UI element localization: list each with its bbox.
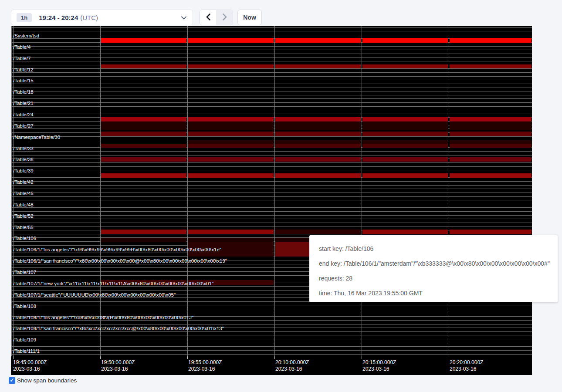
span-boundary-line	[11, 68, 532, 69]
hot-span[interactable]	[362, 38, 448, 43]
span-boundary-line	[11, 35, 532, 35]
hot-span[interactable]	[275, 117, 361, 122]
hot-span[interactable]	[275, 173, 361, 178]
hot-span[interactable]	[101, 173, 186, 178]
span-boundary-line	[11, 155, 532, 155]
hot-span[interactable]	[450, 64, 532, 68]
hot-span[interactable]	[275, 157, 361, 162]
span-boundary-line	[11, 215, 532, 216]
hot-span[interactable]	[188, 117, 274, 122]
hot-span[interactable]	[101, 238, 186, 242]
key-label: /Table/106/1/"los angeles"/"\x99\x99\x99…	[13, 247, 221, 253]
hot-span[interactable]	[101, 157, 186, 162]
tooltip-start-key: start key: /Table/106	[319, 241, 554, 256]
hot-span[interactable]	[450, 140, 532, 144]
hot-span[interactable]	[450, 173, 532, 178]
span-boundary-line	[11, 196, 532, 197]
hot-span[interactable]	[188, 230, 274, 234]
span-boundary-line	[11, 46, 532, 47]
span-boundary-line	[11, 335, 532, 335]
time-range-text: 19:24 - 20:24	[39, 14, 78, 21]
span-boundary-line	[11, 84, 532, 84]
span-boundary-line	[11, 219, 532, 219]
axis-date-label: 2023-03-16	[450, 366, 483, 372]
hot-span[interactable]	[362, 117, 448, 122]
hot-span[interactable]	[275, 122, 361, 130]
hot-span[interactable]	[362, 64, 448, 68]
hot-span[interactable]	[362, 140, 448, 144]
hot-span[interactable]	[362, 144, 448, 148]
hot-span[interactable]	[101, 64, 186, 68]
span-boundary-line	[11, 114, 532, 114]
span-boundary-line	[11, 91, 532, 91]
span-boundary-line	[11, 95, 532, 95]
key-label: /Table/52	[13, 213, 34, 219]
hot-span[interactable]	[450, 144, 532, 148]
hot-span[interactable]	[275, 230, 361, 234]
hot-span[interactable]	[362, 132, 448, 136]
hot-span[interactable]	[450, 132, 532, 136]
span-boundary-line	[11, 181, 532, 182]
hot-span[interactable]	[101, 132, 186, 136]
hot-span[interactable]	[188, 144, 274, 148]
now-button[interactable]: Now	[237, 10, 262, 25]
key-label: /Table/18	[13, 89, 34, 95]
hot-span[interactable]	[101, 230, 186, 234]
hot-span[interactable]	[275, 64, 361, 68]
key-label: /Table/111/1	[13, 348, 40, 354]
footer: ✓ Show span boundaries	[9, 377, 77, 384]
hot-span[interactable]	[450, 117, 532, 122]
hot-span[interactable]	[101, 117, 186, 122]
time-bucket-gridline	[187, 26, 188, 356]
previous-range-button[interactable]	[200, 10, 217, 25]
hot-span[interactable]	[188, 173, 274, 178]
hot-span[interactable]	[101, 122, 186, 130]
hot-span[interactable]	[188, 238, 274, 242]
keyvis-plot[interactable]: /System/tsd/Table/4/Table/7/Table/12/Tab…	[11, 26, 532, 356]
hot-span[interactable]	[450, 38, 532, 43]
time-bucket-gridline	[449, 26, 449, 356]
hot-span[interactable]	[362, 173, 448, 178]
span-boundary-line	[11, 204, 532, 204]
key-visualizer-chart: /System/tsd/Table/4/Table/7/Table/12/Tab…	[11, 26, 532, 375]
span-boundary-line	[11, 72, 532, 73]
hot-span[interactable]	[188, 122, 274, 130]
axis-tick	[100, 356, 101, 359]
hot-span[interactable]	[188, 38, 274, 43]
hot-span[interactable]	[362, 157, 448, 162]
hot-span[interactable]	[450, 122, 532, 130]
key-label: /Table/109	[13, 337, 36, 343]
hot-span[interactable]	[275, 38, 361, 43]
hot-span[interactable]	[188, 140, 274, 144]
show-span-boundaries-label: Show span boundaries	[17, 377, 77, 384]
time-range-selector[interactable]: 1h 19:24 - 20:24 (UTC)	[11, 10, 193, 25]
hot-span[interactable]	[450, 157, 532, 162]
span-boundary-line	[11, 309, 532, 309]
hot-span[interactable]	[188, 64, 274, 68]
span-boundary-line	[11, 189, 532, 189]
hot-span[interactable]	[362, 230, 448, 234]
show-span-boundaries-checkbox[interactable]: ✓	[9, 377, 15, 384]
hot-span[interactable]	[450, 230, 532, 234]
hot-span[interactable]	[101, 144, 186, 148]
axis-tick	[449, 356, 449, 359]
span-boundary-line	[11, 200, 532, 200]
span-boundary-line	[11, 193, 532, 193]
hot-span[interactable]	[188, 132, 274, 136]
span-boundary-line	[11, 185, 532, 186]
span-boundary-line	[11, 102, 532, 103]
hot-span[interactable]	[362, 122, 448, 130]
next-range-button[interactable]	[217, 10, 233, 25]
hot-span[interactable]	[275, 144, 361, 148]
hot-span[interactable]	[275, 132, 361, 136]
tooltip-end-key: end key: /Table/106/1/"amsterdam"/"\xb33…	[319, 256, 554, 271]
hot-span[interactable]	[188, 157, 274, 162]
key-label: /Table/21	[13, 101, 34, 106]
key-label: /Table/108/1/"los angeles"/"\xa8\xf5\u00…	[13, 315, 193, 321]
key-label: /Table/33	[13, 146, 34, 152]
key-label: /Table/48	[13, 202, 34, 208]
hot-span[interactable]	[275, 140, 361, 144]
axis-tick	[274, 356, 275, 359]
hot-span[interactable]	[101, 38, 186, 43]
span-boundary-line	[11, 27, 532, 28]
